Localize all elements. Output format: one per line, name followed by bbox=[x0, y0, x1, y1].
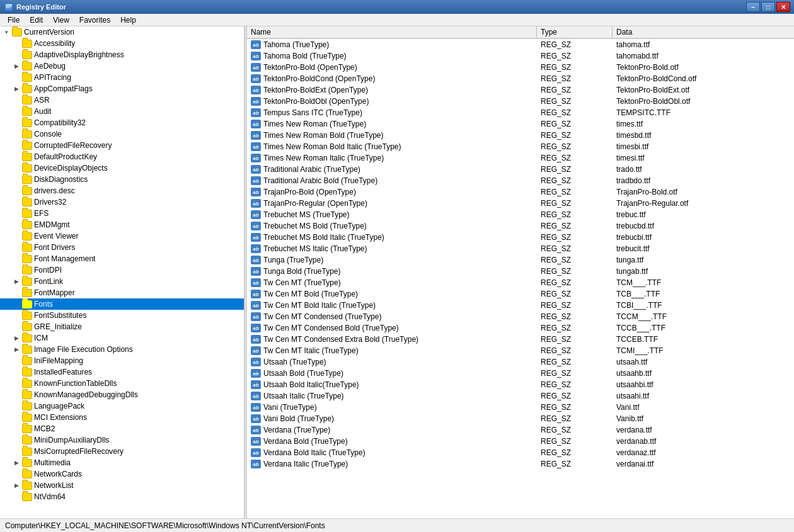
list-row[interactable]: abTahoma (TrueType)REG_SZtahoma.ttf bbox=[247, 39, 794, 50]
list-row[interactable]: abTektonPro-BoldExt (OpenType)REG_SZTekt… bbox=[247, 84, 794, 96]
list-row[interactable]: abTw Cen MT Bold (TrueType)REG_SZTCB___.… bbox=[247, 288, 794, 300]
menu-view[interactable]: View bbox=[48, 14, 74, 26]
list-row[interactable]: abTimes New Roman (TrueType)REG_SZtimes.… bbox=[247, 118, 794, 130]
tree-item[interactable]: ▶Font Management bbox=[0, 253, 244, 264]
tree-item[interactable]: ▶Fonts bbox=[0, 298, 244, 310]
tree-item[interactable]: ▶AppCompatFlags bbox=[0, 83, 244, 94]
tree-item[interactable]: ▶MiniDumpAuxiliaryDlls bbox=[0, 434, 244, 446]
tree-item[interactable]: ▶APITracing bbox=[0, 72, 244, 83]
menu-edit[interactable]: Edit bbox=[25, 14, 48, 26]
expand-arrow[interactable]: ▶ bbox=[13, 278, 20, 285]
tree-item[interactable]: ▶NetworkList bbox=[0, 480, 244, 491]
list-row[interactable]: abTunga (TrueType)REG_SZtunga.ttf bbox=[247, 254, 794, 266]
expand-arrow[interactable]: ▶ bbox=[13, 346, 20, 353]
list-row[interactable]: abTw Cen MT Condensed Extra Bold (TrueTy… bbox=[247, 334, 794, 345]
tree-item[interactable]: ▶Font Drivers bbox=[0, 242, 244, 253]
tree-item[interactable]: ▶Drivers32 bbox=[0, 196, 244, 208]
tree-item[interactable]: ▶NetworkCards bbox=[0, 468, 244, 480]
list-row[interactable]: abTrebuchet MS Bold Italic (TrueType)REG… bbox=[247, 232, 794, 243]
list-row[interactable]: abTimes New Roman Bold Italic (TrueType)… bbox=[247, 141, 794, 152]
list-row[interactable]: abVerdana Bold Italic (TrueType)REG_SZve… bbox=[247, 447, 794, 458]
tree-item[interactable]: ▾CurrentVersion bbox=[0, 26, 244, 38]
tree-item[interactable]: ▶KnownManagedDebuggingDlls bbox=[0, 389, 244, 400]
expand-arrow[interactable]: ▶ bbox=[13, 62, 20, 70]
tree-item[interactable]: ▶EMDMgmt bbox=[0, 219, 244, 230]
tree-item[interactable]: ▶EFS bbox=[0, 208, 244, 219]
tree-item[interactable]: ▶Multimedia bbox=[0, 457, 244, 468]
list-row[interactable]: abVerdana Bold (TrueType)REG_SZverdanab.… bbox=[247, 436, 794, 447]
list-row[interactable]: abTraditional Arabic Bold (TrueType)REG_… bbox=[247, 175, 794, 186]
tree-item[interactable]: ▶MCI Extensions bbox=[0, 412, 244, 423]
list-row[interactable]: abTrebuchet MS (TrueType)REG_SZtrebuc.tt… bbox=[247, 209, 794, 220]
list-row[interactable]: abTahoma Bold (TrueType)REG_SZtahomabd.t… bbox=[247, 50, 794, 62]
tree-item[interactable]: ▶Image File Execution Options bbox=[0, 344, 244, 355]
list-row[interactable]: abTw Cen MT Bold Italic (TrueType)REG_SZ… bbox=[247, 300, 794, 311]
list-row[interactable]: abTimes New Roman Bold (TrueType)REG_SZt… bbox=[247, 130, 794, 141]
list-row[interactable]: abVerdana (TrueType)REG_SZverdana.ttf bbox=[247, 424, 794, 436]
tree-item[interactable]: ▶DeviceDisplayObjects bbox=[0, 162, 244, 174]
expand-arrow[interactable]: ▶ bbox=[13, 334, 20, 342]
tree-item[interactable]: ▶drivers.desc bbox=[0, 185, 244, 196]
tree-item[interactable]: ▶Event Viewer bbox=[0, 230, 244, 242]
list-scroll[interactable]: abTahoma (TrueType)REG_SZtahoma.ttfabTah… bbox=[247, 39, 794, 518]
menu-favorites[interactable]: Favorites bbox=[74, 14, 115, 26]
tree-item[interactable]: ▶GRE_Initialize bbox=[0, 321, 244, 332]
tree-item[interactable]: ▶NtVdm64 bbox=[0, 491, 244, 502]
tree-item[interactable]: ▶KnownFunctionTableDlls bbox=[0, 378, 244, 389]
list-row[interactable]: abUtsaah Italic (TrueType)REG_SZutsaahi.… bbox=[247, 390, 794, 402]
list-row[interactable]: abUtsaah Bold Italic(TrueType)REG_SZutsa… bbox=[247, 379, 794, 390]
list-row[interactable]: abTw Cen MT Condensed (TrueType)REG_SZTC… bbox=[247, 311, 794, 322]
list-row[interactable]: abTw Cen MT Condensed Bold (TrueType)REG… bbox=[247, 322, 794, 334]
tree-item[interactable]: ▶IniFileMapping bbox=[0, 355, 244, 366]
tree-item[interactable]: ▶InstalledFeatures bbox=[0, 366, 244, 378]
expand-arrow[interactable]: ▶ bbox=[13, 85, 20, 93]
list-row[interactable]: abUtsaah Bold (TrueType)REG_SZutsaahb.tt… bbox=[247, 368, 794, 379]
list-row[interactable]: abTrebuchet MS Italic (TrueType)REG_SZtr… bbox=[247, 243, 794, 254]
list-row[interactable]: abVerdana Italic (TrueType)REG_SZverdana… bbox=[247, 458, 794, 470]
menu-file[interactable]: File bbox=[3, 14, 25, 26]
list-row[interactable]: abVani Bold (TrueType)REG_SZVanib.ttf bbox=[247, 413, 794, 424]
list-row[interactable]: abTektonPro-BoldObl (OpenType)REG_SZTekt… bbox=[247, 96, 794, 107]
tree-item[interactable]: ▶ASR bbox=[0, 94, 244, 106]
list-row[interactable]: abTw Cen MT Italic (TrueType)REG_SZTCMI_… bbox=[247, 345, 794, 356]
list-row[interactable]: abVani (TrueType)REG_SZVani.ttf bbox=[247, 402, 794, 413]
tree-item[interactable]: ▶AdaptiveDisplayBrightness bbox=[0, 49, 244, 60]
tree-item[interactable]: ▶MsiCorruptedFileRecovery bbox=[0, 446, 244, 457]
tree-item[interactable]: ▶Accessibility bbox=[0, 38, 244, 49]
expand-arrow[interactable]: ▶ bbox=[13, 459, 20, 467]
tree-scroll[interactable]: ▾CurrentVersion▶Accessibility▶AdaptiveDi… bbox=[0, 26, 244, 518]
tree-item[interactable]: ▶FontDPI bbox=[0, 264, 244, 276]
header-name[interactable]: Name bbox=[247, 26, 537, 38]
expand-arrow[interactable]: ▶ bbox=[13, 482, 20, 489]
header-type[interactable]: Type bbox=[537, 26, 613, 38]
list-row[interactable]: abTempus Sans ITC (TrueType)REG_SZTEMPSI… bbox=[247, 107, 794, 118]
tree-item[interactable]: ▶DiskDiagnostics bbox=[0, 174, 244, 185]
list-row[interactable]: abTrebuchet MS Bold (TrueType)REG_SZtreb… bbox=[247, 220, 794, 232]
tree-item[interactable]: ▶Console bbox=[0, 128, 244, 140]
tree-item[interactable]: ▶Audit bbox=[0, 106, 244, 117]
list-row[interactable]: abTw Cen MT (TrueType)REG_SZTCM___.TTF bbox=[247, 277, 794, 288]
expand-arrow[interactable]: ▾ bbox=[3, 28, 10, 36]
tree-item[interactable]: ▶CorruptedFileRecovery bbox=[0, 140, 244, 151]
minimize-button[interactable]: – bbox=[746, 2, 760, 12]
close-button[interactable]: ✕ bbox=[776, 2, 790, 12]
tree-item[interactable]: ▶Compatibility32 bbox=[0, 117, 244, 128]
list-row[interactable]: abUtsaah (TrueType)REG_SZutsaah.ttf bbox=[247, 356, 794, 368]
tree-item[interactable]: ▶FontLink bbox=[0, 276, 244, 287]
tree-item[interactable]: ▶DefaultProductKey bbox=[0, 151, 244, 162]
tree-item[interactable]: ▶AeDebug bbox=[0, 60, 244, 72]
tree-item[interactable]: ▶MCB2 bbox=[0, 423, 244, 434]
list-row[interactable]: abTunga Bold (TrueType)REG_SZtungab.ttf bbox=[247, 266, 794, 277]
tree-item[interactable]: ▶FontSubstitutes bbox=[0, 310, 244, 321]
list-row[interactable]: abTektonPro-Bold (OpenType)REG_SZTektonP… bbox=[247, 62, 794, 73]
list-row[interactable]: abTrajanPro-Regular (OpenType)REG_SZTraj… bbox=[247, 198, 794, 209]
header-data[interactable]: Data bbox=[613, 26, 794, 38]
menu-help[interactable]: Help bbox=[115, 14, 141, 26]
list-row[interactable]: abTektonPro-BoldCond (OpenType)REG_SZTek… bbox=[247, 73, 794, 84]
tree-item[interactable]: ▶LanguagePack bbox=[0, 400, 244, 412]
tree-item[interactable]: ▶ICM bbox=[0, 332, 244, 344]
list-row[interactable]: abTraditional Arabic (TrueType)REG_SZtra… bbox=[247, 164, 794, 175]
tree-item[interactable]: ▶FontMapper bbox=[0, 287, 244, 298]
list-row[interactable]: abTimes New Roman Italic (TrueType)REG_S… bbox=[247, 152, 794, 164]
restore-button[interactable]: □ bbox=[761, 2, 775, 12]
